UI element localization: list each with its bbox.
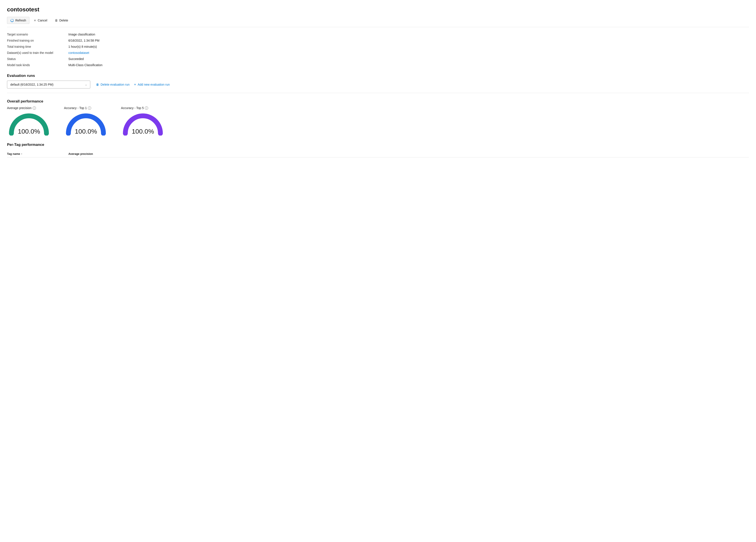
info-label-0: Target scenario [7,32,68,37]
gauge-value-0: 100.0% [7,128,51,135]
overall-performance-title: Overall performance [7,99,749,104]
gauge-svg-1: 100.0% [64,112,108,136]
page-title: contosotest [7,6,749,13]
delete-button[interactable]: 🗑 Delete [52,17,71,24]
gauge-item-0: Average precisioni100.0% [7,106,51,136]
evaluation-runs-title: Evaluation runs [7,74,749,78]
info-label-5: Model task kinds [7,63,68,67]
cancel-button[interactable]: ✕ Cancel [31,17,50,24]
gauge-label-text-0: Average precision [7,106,32,110]
info-value-5: Multi-Class Classification [68,63,749,67]
plus-icon: + [134,82,136,87]
info-circle-icon-1[interactable]: i [88,106,91,110]
gauge-item-1: Accuracy - Top 1i100.0% [64,106,108,136]
info-label-3: Dataset(s) used to train the model [7,50,68,55]
toolbar: Refresh ✕ Cancel 🗑 Delete [7,17,749,27]
gauge-item-2: Accuracy - Top 5i100.0% [121,106,165,136]
gauge-value-2: 100.0% [121,128,165,135]
info-value-2: 1 hour(s) 8 minute(s) [68,44,749,49]
delete-eval-run-button[interactable]: 🗑 Delete evaluation run [96,83,130,86]
trash-icon: 🗑 [55,19,58,22]
eval-actions: 🗑 Delete evaluation run + Add new evalua… [96,82,170,87]
info-value-4: Succeeded [68,57,749,61]
per-tag-section: Per-Tag performance Tag name ↑ Average p… [7,143,749,158]
delete-eval-icon: 🗑 [96,83,99,86]
gauge-svg-0: 100.0% [7,112,51,136]
info-label-1: Finished training on [7,38,68,43]
refresh-button[interactable]: Refresh [7,17,29,24]
gauge-label-1: Accuracy - Top 1i [64,106,91,110]
info-label-2: Total training time [7,44,68,49]
cancel-icon: ✕ [34,19,36,22]
gauge-label-text-1: Accuracy - Top 1 [64,106,87,110]
gauge-value-1: 100.0% [64,128,108,135]
info-grid: Target scenarioImage classificationFinis… [7,32,749,67]
evaluation-runs-section: Evaluation runs default (6/16/2022, 1:34… [7,74,749,93]
info-circle-icon-2[interactable]: i [145,106,148,110]
add-eval-run-button[interactable]: + Add new evaluation run [134,82,170,87]
add-eval-label: Add new evaluation run [138,83,170,86]
chevron-down-icon: ⌄ [85,83,87,86]
gauge-label-2: Accuracy - Top 5i [121,106,148,110]
info-label-4: Status [7,57,68,61]
gauge-label-text-2: Accuracy - Top 5 [121,106,144,110]
cancel-label: Cancel [38,19,47,22]
gauge-svg-2: 100.0% [121,112,165,136]
table-header-avg-precision: Average precision [68,152,749,156]
eval-run-dropdown[interactable]: default (6/16/2022, 1:34:25 PM) ⌄ [7,81,90,89]
gauges-row: Average precisioni100.0%Accuracy - Top 1… [7,106,749,136]
tag-name-label: Tag name [7,152,20,156]
eval-dropdown-value: default (6/16/2022, 1:34:25 PM) [10,83,53,86]
info-value-1: 6/16/2022, 1:34:58 PM [68,38,749,43]
info-value-3[interactable]: contosodataset [68,50,749,55]
delete-eval-label: Delete evaluation run [101,83,130,86]
sort-asc-icon: ↑ [21,153,22,156]
overall-performance-section: Overall performance Average precisioni10… [7,99,749,136]
avg-precision-label: Average precision [68,152,93,156]
delete-label: Delete [59,19,68,22]
eval-runs-row: default (6/16/2022, 1:34:25 PM) ⌄ 🗑 Dele… [7,81,749,93]
info-value-0: Image classification [68,32,749,37]
gauge-label-0: Average precisioni [7,106,36,110]
refresh-icon [10,19,14,22]
table-header: Tag name ↑ Average precision [7,151,749,158]
refresh-label: Refresh [15,19,26,22]
table-header-tag-name: Tag name ↑ [7,152,68,156]
info-circle-icon-0[interactable]: i [33,106,36,110]
per-tag-title: Per-Tag performance [7,143,749,147]
